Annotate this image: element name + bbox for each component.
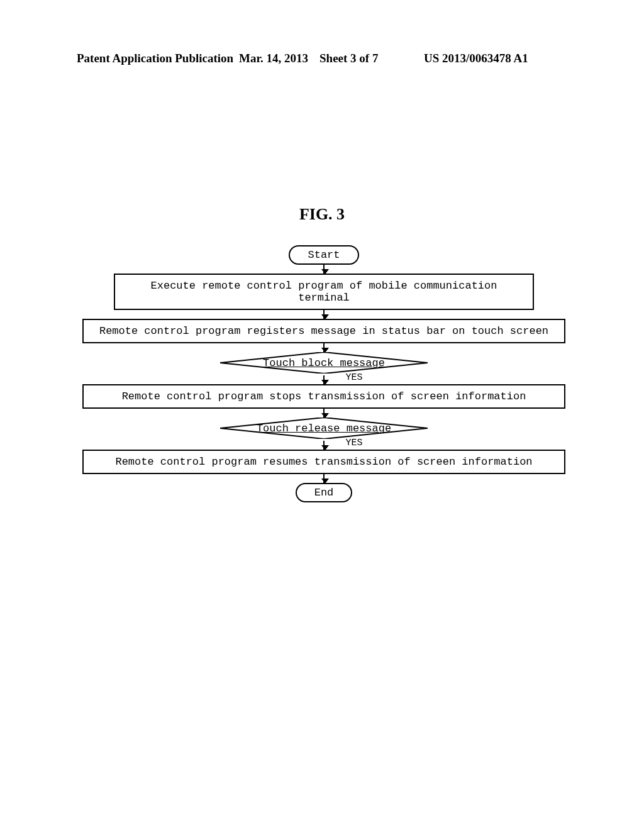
hdr-sheet: Sheet 3 of 7 — [319, 52, 378, 65]
process-stop-text: Remote control program stops transmissio… — [122, 390, 526, 402]
arrow-icon — [323, 441, 325, 450]
decision-release: Touch release message — [220, 418, 428, 439]
process-resume: Remote control program resumes transmiss… — [82, 450, 565, 474]
yes-label-1: YES — [345, 372, 362, 383]
figure-title: FIG. 3 — [0, 205, 644, 224]
yes-label-2: YES — [345, 438, 362, 448]
process-resume-text: Remote control program resumes transmiss… — [115, 456, 532, 468]
flowchart: Start Execute remote control program of … — [82, 245, 566, 502]
end-label: End — [314, 487, 334, 499]
process-execute: Execute remote control program of mobile… — [114, 274, 534, 310]
terminator-start: Start — [289, 245, 358, 265]
terminator-end: End — [296, 483, 353, 502]
arrow-icon — [323, 474, 325, 483]
decision-block-text: Touch block message — [263, 357, 385, 369]
process-stop: Remote control program stops transmissio… — [82, 384, 565, 409]
process-execute-text: Execute remote control program of mobile… — [151, 280, 497, 304]
arrow-icon — [323, 310, 325, 319]
arrow-icon — [323, 409, 325, 418]
arrow-icon — [323, 265, 325, 274]
process-register: Remote control program registers message… — [82, 319, 565, 343]
decision-release-text: Touch release message — [257, 423, 391, 434]
process-register-text: Remote control program registers message… — [99, 325, 548, 337]
arrow-icon — [323, 343, 325, 352]
decision-block: Touch block message — [220, 352, 428, 374]
start-label: Start — [308, 249, 340, 261]
arrow-icon — [323, 375, 325, 384]
hdr-pubno: US 2013/0063478 A1 — [424, 52, 528, 65]
hdr-date: Mar. 14, 2013 — [239, 52, 308, 65]
hdr-pubtype: Patent Application Publication — [77, 52, 233, 65]
